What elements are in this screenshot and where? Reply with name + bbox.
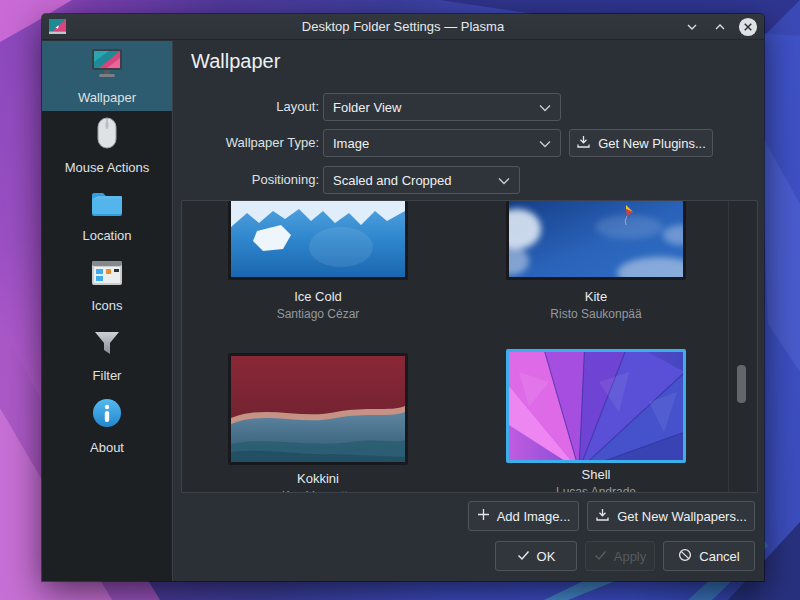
add-image-button[interactable]: Add Image... [468, 501, 579, 531]
plus-icon [477, 508, 490, 524]
sidebar-item-filter[interactable]: Filter [42, 321, 172, 391]
sidebar-item-mouse-actions[interactable]: Mouse Actions [42, 111, 172, 181]
wallpaper-settings-page: Wallpaper Layout: Folder View Wallpaper … [172, 41, 764, 581]
icons-window-icon [90, 259, 124, 291]
wallpaper-title: Kite [506, 289, 686, 304]
cancel-icon [678, 548, 692, 565]
minimize-button[interactable] [682, 17, 702, 37]
wallpaper-card-kokkini[interactable]: Kokkini Ken Vermette [228, 353, 408, 465]
wallpaper-thumbnail [228, 201, 408, 280]
wallpaper-author: Risto Saukonpää [506, 307, 686, 321]
sidebar-item-label: About [90, 440, 124, 455]
ok-label: OK [537, 549, 556, 564]
download-icon [576, 135, 591, 152]
wallpaper-card-ice-cold[interactable]: Ice Cold Santiago Cézar [228, 201, 408, 280]
wallpaper-author: Santiago Cézar [228, 307, 408, 321]
wallpaper-type-label: Wallpaper Type: [173, 129, 319, 157]
chevron-down-icon [539, 100, 551, 115]
sidebar-item-location[interactable]: Location [42, 181, 172, 251]
sidebar-item-about[interactable]: About [42, 391, 172, 461]
sidebar-item-label: Location [82, 228, 131, 243]
apply-label: Apply [614, 549, 647, 564]
download-icon [595, 508, 610, 525]
chevron-down-icon [539, 136, 551, 151]
info-icon [91, 397, 123, 433]
positioning-value: Scaled and Cropped [333, 173, 452, 188]
page-title: Wallpaper [191, 50, 280, 73]
titlebar[interactable]: Desktop Folder Settings — Plasma [42, 14, 764, 40]
cancel-button[interactable]: Cancel [663, 541, 755, 571]
wallpaper-thumbnail [506, 201, 686, 280]
wallpaper-title: Shell [506, 467, 686, 482]
positioning-combobox[interactable]: Scaled and Cropped [323, 166, 520, 194]
layout-label: Layout: [173, 93, 319, 121]
sidebar-item-label: Wallpaper [78, 90, 136, 105]
add-image-label: Add Image... [497, 509, 571, 524]
close-button[interactable] [738, 17, 758, 37]
wallpaper-thumbnail [506, 349, 686, 463]
wallpaper-author: Lucas Andrade [506, 485, 686, 493]
sidebar-item-label: Filter [93, 368, 122, 383]
wallpaper-icon [90, 48, 124, 83]
sidebar-item-label: Mouse Actions [65, 160, 150, 175]
wallpaper-grid: Ice Cold Santiago Cézar [181, 200, 758, 493]
sidebar-item-label: Icons [91, 298, 122, 313]
wallpaper-thumbnail [228, 353, 408, 465]
check-icon [517, 549, 530, 564]
wallpaper-title: Kokkini [228, 471, 408, 486]
filter-funnel-icon [92, 329, 122, 361]
layout-combobox[interactable]: Folder View [323, 93, 561, 121]
sidebar-item-wallpaper[interactable]: Wallpaper [42, 41, 172, 111]
layout-value: Folder View [333, 100, 401, 115]
cancel-label: Cancel [699, 549, 739, 564]
get-new-wallpapers-label: Get New Wallpapers... [617, 509, 747, 524]
mouse-icon [96, 117, 118, 153]
wallpaper-type-value: Image [333, 136, 369, 151]
wallpaper-author: Ken Vermette [228, 489, 408, 493]
scrollbar-track [728, 201, 729, 492]
chevron-down-icon [498, 173, 510, 188]
get-new-wallpapers-button[interactable]: Get New Wallpapers... [587, 501, 755, 531]
positioning-label: Positioning: [173, 166, 319, 194]
get-new-plugins-label: Get New Plugins... [598, 136, 706, 151]
get-new-plugins-button[interactable]: Get New Plugins... [569, 129, 713, 157]
sidebar-item-icons[interactable]: Icons [42, 251, 172, 321]
sidebar: Wallpaper Mouse Actions L [42, 41, 172, 581]
check-icon [594, 549, 607, 564]
wallpaper-title: Ice Cold [228, 289, 408, 304]
app-icon [49, 19, 66, 36]
wallpaper-card-shell[interactable]: Shell Lucas Andrade [506, 349, 686, 463]
scrollbar-thumb[interactable] [737, 365, 746, 403]
desktop-folder-settings-window: Desktop Folder Settings — Plasma [42, 14, 764, 581]
window-title: Desktop Folder Settings — Plasma [42, 19, 764, 34]
ok-button[interactable]: OK [495, 541, 577, 571]
folder-icon [90, 189, 124, 221]
apply-button[interactable]: Apply [585, 541, 655, 571]
maximize-button[interactable] [710, 17, 730, 37]
wallpaper-card-kite[interactable]: Kite Risto Saukonpää [506, 201, 686, 280]
wallpaper-type-combobox[interactable]: Image [323, 129, 561, 157]
